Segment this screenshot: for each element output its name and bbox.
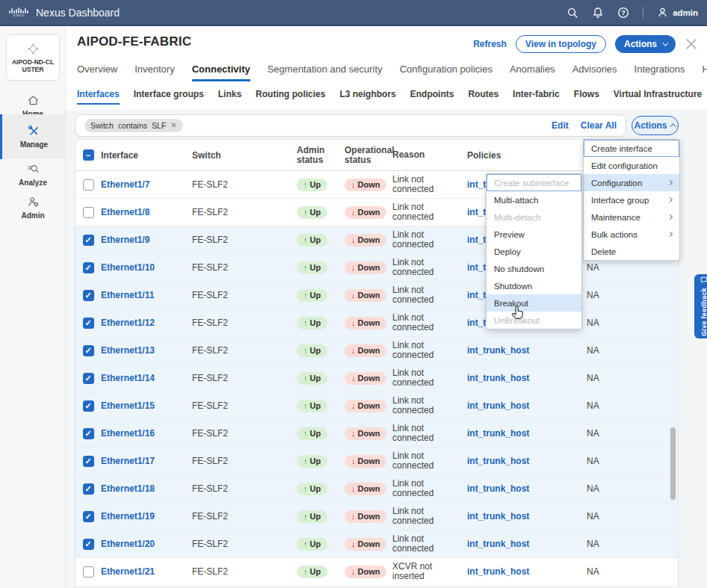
row-checkbox[interactable]	[83, 345, 94, 356]
tab[interactable]: Configuration policies	[400, 64, 493, 81]
select-all-checkbox[interactable]	[83, 149, 94, 161]
subtab[interactable]: Routes	[468, 89, 498, 105]
subtab[interactable]: Routing policies	[256, 89, 325, 105]
table-row[interactable]: Ethernet1/13 FE-SLF2 Up Down Link not co…	[75, 337, 678, 365]
tab[interactable]: Inventory	[135, 64, 174, 81]
submenu-item[interactable]: No shutdown	[487, 260, 581, 277]
interface-link[interactable]: Ethernet1/14	[101, 373, 155, 383]
tab[interactable]: Anomalies	[510, 64, 555, 81]
subtab[interactable]: Flows	[574, 89, 599, 105]
row-checkbox[interactable]	[83, 207, 94, 218]
col-switch[interactable]: Switch	[192, 150, 297, 161]
sidebar-item-manage[interactable]: Manage	[0, 114, 66, 159]
policy-link[interactable]: int_trunk_host	[467, 566, 529, 577]
filter-chip[interactable]: Switch contains SLF	[84, 119, 183, 132]
row-checkbox[interactable]	[83, 235, 94, 246]
policy-link[interactable]: int_trunk_host	[467, 428, 529, 439]
submenu-item[interactable]: Multi-detach	[487, 208, 581, 226]
submenu-item[interactable]: UnBreakout	[487, 312, 581, 329]
tab[interactable]: Overview	[77, 64, 117, 81]
row-checkbox[interactable]	[83, 179, 94, 191]
filter-edit-button[interactable]: Edit	[552, 120, 569, 131]
row-checkbox[interactable]	[83, 539, 94, 550]
row-checkbox[interactable]	[83, 400, 94, 412]
tab[interactable]: Connectivity	[192, 64, 250, 81]
submenu-item[interactable]: Shutdown	[487, 277, 581, 294]
table-row[interactable]: Ethernet1/12 FE-SLF2 Up Down Link not co…	[75, 309, 678, 337]
help-icon[interactable]: ?	[617, 7, 629, 19]
policy-link[interactable]: int_trunk_host	[467, 483, 529, 494]
filter-chip-remove-icon[interactable]	[170, 122, 176, 129]
subtab[interactable]: Virtual Infrastructure	[614, 89, 702, 105]
table-actions-button[interactable]: Actions	[632, 116, 679, 135]
close-icon[interactable]	[685, 37, 698, 51]
menu-item[interactable]: Create interface	[584, 140, 679, 157]
submenu-item[interactable]: Preview	[487, 226, 581, 243]
subtab[interactable]: L3 neighbors	[339, 89, 395, 105]
interface-link[interactable]: Ethernet1/7	[101, 179, 149, 190]
interface-link[interactable]: Ethernet1/9	[101, 235, 149, 245]
menu-item[interactable]: Delete	[584, 243, 679, 260]
policy-link[interactable]: int_trunk_host	[467, 400, 529, 411]
interface-link[interactable]: Ethernet1/20	[101, 539, 155, 549]
table-row[interactable]: Ethernet1/16 FE-SLF2 Up Down Link not co…	[75, 420, 678, 448]
table-row[interactable]: Ethernet1/14 FE-SLF2 Up Down Link not co…	[75, 365, 678, 392]
table-row[interactable]: Ethernet1/19 FE-SLF2 Up Down Link not co…	[75, 503, 678, 530]
table-scrollbar[interactable]	[670, 427, 676, 500]
submenu-item[interactable]: Create subinterface	[487, 174, 581, 191]
notifications-bell-icon[interactable]	[592, 7, 604, 19]
table-row[interactable]: Ethernet1/11 FE-SLF2 Up Down Link not co…	[75, 282, 678, 309]
menu-item[interactable]: Edit configuration	[584, 157, 679, 174]
interface-link[interactable]: Ethernet1/21	[101, 566, 155, 577]
row-checkbox[interactable]	[83, 483, 94, 495]
subtab[interactable]: Endpoints	[410, 89, 454, 105]
filter-bar[interactable]: Switch contains SLF Edit Clear All	[75, 114, 626, 137]
table-row[interactable]: Ethernet1/20 FE-SLF2 Up Down Link not co…	[75, 530, 678, 558]
table-row[interactable]: Ethernet1/15 FE-SLF2 Up Down Link not co…	[75, 392, 678, 420]
sidebar-item-analyze[interactable]: Analyze	[0, 163, 66, 187]
feedback-tab[interactable]: Give feedback	[694, 274, 707, 338]
interface-link[interactable]: Ethernet1/17	[101, 456, 155, 466]
row-checkbox[interactable]	[83, 456, 94, 467]
interface-link[interactable]: Ethernet1/12	[101, 318, 155, 328]
row-checkbox[interactable]	[83, 318, 94, 329]
policy-link[interactable]: int_trunk_host	[467, 456, 529, 466]
search-icon[interactable]	[566, 7, 578, 19]
row-checkbox[interactable]	[83, 373, 94, 384]
filter-clear-all-button[interactable]: Clear All	[581, 120, 617, 131]
col-admin-status[interactable]: Admin status	[297, 146, 345, 165]
row-checkbox[interactable]	[83, 428, 94, 439]
interface-link[interactable]: Ethernet1/11	[101, 290, 154, 300]
table-row[interactable]: Ethernet1/17 FE-SLF2 Up Down Link not co…	[75, 448, 678, 475]
interface-link[interactable]: Ethernet1/8	[101, 207, 149, 217]
subtab[interactable]: Interfaces	[77, 89, 120, 105]
cluster-selector[interactable]: AIPOD-ND-CLUSTER	[6, 34, 60, 81]
menu-item[interactable]: Configuration	[584, 174, 679, 191]
policy-link[interactable]: int_trunk_host	[467, 511, 529, 522]
col-reason[interactable]: Reason	[392, 150, 467, 160]
subtab[interactable]: Links	[218, 89, 241, 105]
interface-link[interactable]: Ethernet1/10	[101, 262, 155, 273]
policy-link[interactable]: int_trunk_host	[467, 345, 529, 356]
row-checkbox[interactable]	[83, 290, 94, 301]
tab[interactable]: Advisories	[572, 64, 617, 81]
interface-link[interactable]: Ethernet1/15	[101, 400, 155, 411]
interface-link[interactable]: Ethernet1/18	[101, 483, 155, 494]
menu-item[interactable]: Bulk actions	[584, 226, 679, 243]
sidebar-item-admin[interactable]: Admin	[0, 196, 66, 220]
subtab[interactable]: Interface groups	[134, 89, 204, 105]
col-interface[interactable]: Interface	[101, 150, 192, 161]
interface-link[interactable]: Ethernet1/19	[101, 511, 155, 522]
row-checkbox[interactable]	[83, 511, 94, 522]
submenu-item[interactable]: Breakout	[487, 294, 581, 312]
col-policies[interactable]: Policies	[467, 150, 587, 161]
table-row[interactable]: Ethernet1/18 FE-SLF2 Up Down Link not co…	[75, 475, 678, 503]
tab[interactable]: History	[703, 64, 707, 81]
col-operational-status[interactable]: Operational status	[345, 146, 392, 165]
row-checkbox[interactable]	[83, 262, 94, 273]
policy-link[interactable]: int_trunk_host	[467, 539, 529, 549]
submenu-item[interactable]: Multi-attach	[487, 191, 581, 208]
page-actions-button[interactable]: Actions	[615, 35, 676, 53]
policy-link[interactable]: int_trunk_host	[467, 373, 529, 383]
menu-item[interactable]: Interface group	[584, 191, 679, 208]
